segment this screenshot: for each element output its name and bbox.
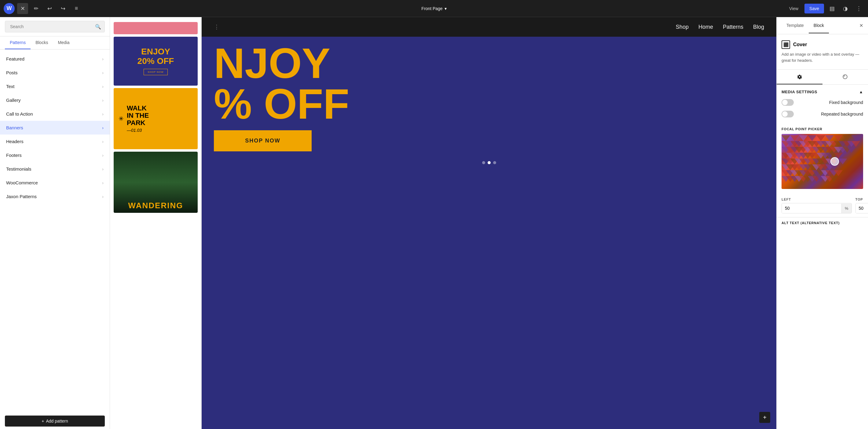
cover-headline: NJOY % OFF	[202, 37, 776, 124]
pattern-thumb-2[interactable]: ✳ WALKIN THEPARK —01.03	[114, 88, 198, 149]
right-panel: Template Block × ⬛ Cover Add an image or…	[776, 17, 868, 429]
svg-marker-1	[790, 135, 799, 141]
sidebar-item-featured[interactable]: Featured ›	[0, 52, 110, 66]
canvas-navbar: ⋮ Shop Home Patterns Blog	[202, 17, 776, 37]
canvas-split: ENJOY20% OFF SHOP NOW ✳ WALKIN THEPARK —…	[110, 17, 776, 429]
right-panel-header: Template Block ×	[777, 17, 868, 34]
save-button[interactable]: Save	[804, 4, 824, 13]
nav-home[interactable]: Home	[699, 24, 713, 30]
pattern-thumb-1[interactable]: ENJOY20% OFF SHOP NOW	[114, 37, 198, 86]
block-name-label: Cover	[793, 42, 807, 48]
add-icon: +	[41, 419, 44, 424]
chevron-right-icon: ›	[102, 139, 103, 144]
focal-point-handle[interactable]	[830, 157, 839, 166]
redo-button[interactable]: ↪	[57, 3, 68, 14]
sidebar-item-headers[interactable]: Headers ›	[0, 135, 110, 148]
undo-button[interactable]: ↩	[44, 3, 55, 14]
tab-patterns[interactable]: Patterns	[5, 36, 31, 49]
panel-close-button[interactable]: ×	[860, 22, 863, 29]
search-input-wrap: 🔍	[5, 21, 105, 32]
sidebar-item-posts[interactable]: Posts ›	[0, 66, 110, 80]
svg-marker-6	[834, 135, 843, 141]
theme-toggle-button[interactable]: ◑	[840, 3, 851, 14]
tab-template[interactable]: Template	[781, 18, 809, 33]
sidebar-item-footers[interactable]: Footers ›	[0, 148, 110, 162]
close-button[interactable]: ✕	[17, 3, 28, 14]
block-title-row: ⬛ Cover	[781, 40, 863, 49]
sidebar-item-label: Testimonials	[6, 166, 31, 172]
focal-point-picker[interactable]	[781, 134, 863, 189]
three-dots-nav[interactable]: ⋮	[214, 24, 219, 30]
left-input-wrap: %	[781, 203, 852, 213]
toggle-knob	[782, 111, 788, 117]
sidebar-item-cta[interactable]: Call to Action ›	[0, 107, 110, 121]
pattern-thumb-3[interactable]: WANDERING	[114, 152, 198, 213]
add-pattern-button[interactable]: + Add pattern	[5, 416, 105, 427]
svg-marker-4	[816, 135, 825, 141]
block-info: ⬛ Cover Add an image or video with a tex…	[777, 34, 868, 70]
svg-marker-8	[851, 135, 860, 141]
sidebar-item-label: Banners	[6, 125, 23, 130]
pink-banner-thumb[interactable]	[114, 22, 198, 34]
chevron-right-icon: ›	[102, 194, 103, 199]
svg-marker-0	[781, 135, 790, 141]
left-position-input[interactable]	[782, 203, 841, 213]
canvas-patterns-panel: ENJOY20% OFF SHOP NOW ✳ WALKIN THEPARK —…	[110, 17, 202, 429]
sidebar-item-text[interactable]: Text ›	[0, 80, 110, 93]
sidebar-item-label: Posts	[6, 70, 18, 75]
fixed-background-label: Fixed background	[829, 100, 863, 105]
sidebar-item-label: Featured	[6, 56, 25, 61]
tab-block[interactable]: Block	[809, 18, 829, 33]
menu-button[interactable]: ≡	[71, 3, 82, 14]
collapse-icon[interactable]: ▲	[859, 90, 863, 94]
dot-2[interactable]	[488, 161, 491, 164]
search-icon: 🔍	[95, 24, 101, 30]
search-input[interactable]	[5, 21, 105, 32]
nav-blog[interactable]: Blog	[753, 24, 764, 30]
dot-1[interactable]	[482, 161, 485, 164]
repeated-background-label: Repeated background	[821, 112, 863, 116]
sidebar-toggle-button[interactable]: ▤	[827, 3, 837, 14]
view-button[interactable]: View	[785, 4, 802, 13]
edit-button[interactable]: ✏	[31, 3, 41, 14]
toolbar-right: View Save ▤ ◑ ⋮	[785, 3, 864, 14]
sidebar-item-gallery[interactable]: Gallery ›	[0, 93, 110, 107]
chevron-right-icon: ›	[102, 84, 103, 89]
chevron-right-icon: ›	[102, 70, 103, 75]
toggle-knob	[782, 100, 788, 105]
sidebar-item-woocommerce[interactable]: WooCommerce ›	[0, 176, 110, 190]
top-position-input[interactable]	[856, 203, 868, 213]
nav-shop[interactable]: Shop	[676, 24, 689, 30]
add-block-button[interactable]: +	[759, 412, 770, 423]
repeated-background-toggle[interactable]	[781, 111, 794, 117]
cover-shop-now-button[interactable]: SHOP NOW	[214, 130, 312, 151]
sidebar-item-banners[interactable]: Banners ›	[0, 121, 110, 135]
block-description: Add an image or video with a text overla…	[781, 51, 863, 63]
chevron-right-icon: ›	[102, 167, 103, 172]
wp-logo[interactable]: W	[4, 3, 15, 14]
star-icon: ✳	[119, 115, 124, 122]
tab-media[interactable]: Media	[53, 36, 74, 49]
tab-blocks[interactable]: Blocks	[31, 36, 53, 49]
chevron-right-icon: ›	[102, 125, 103, 130]
nav-patterns[interactable]: Patterns	[723, 24, 743, 30]
cover-block: NJOY % OFF SHOP NOW +	[202, 37, 776, 429]
sidebar-item-label: Jaxon Patterns	[6, 194, 37, 199]
alt-text-label: ALT TEXT (ALTERNATIVE TEXT)	[781, 221, 863, 225]
panel-settings-tab[interactable]	[777, 70, 823, 84]
search-box: 🔍	[0, 17, 110, 36]
sidebar-item-label: Text	[6, 84, 15, 89]
panel-styles-tab[interactable]	[823, 70, 868, 84]
sidebar-item-testimonials[interactable]: Testimonials ›	[0, 162, 110, 176]
fixed-background-row: Fixed background	[781, 99, 863, 106]
options-button[interactable]: ⋮	[853, 3, 864, 14]
cover-block-icon: ⬛	[781, 40, 790, 49]
chevron-right-icon: ›	[102, 98, 103, 103]
dot-3[interactable]	[493, 161, 496, 164]
walk-date: —01.03	[127, 128, 149, 133]
sidebar-item-label: Call to Action	[6, 111, 33, 116]
top-label: TOP	[856, 198, 868, 201]
fixed-background-toggle[interactable]	[781, 99, 794, 106]
focal-point-section: FOCAL POINT PICKER	[777, 127, 868, 194]
sidebar-item-jaxon[interactable]: Jaxon Patterns ›	[0, 190, 110, 203]
